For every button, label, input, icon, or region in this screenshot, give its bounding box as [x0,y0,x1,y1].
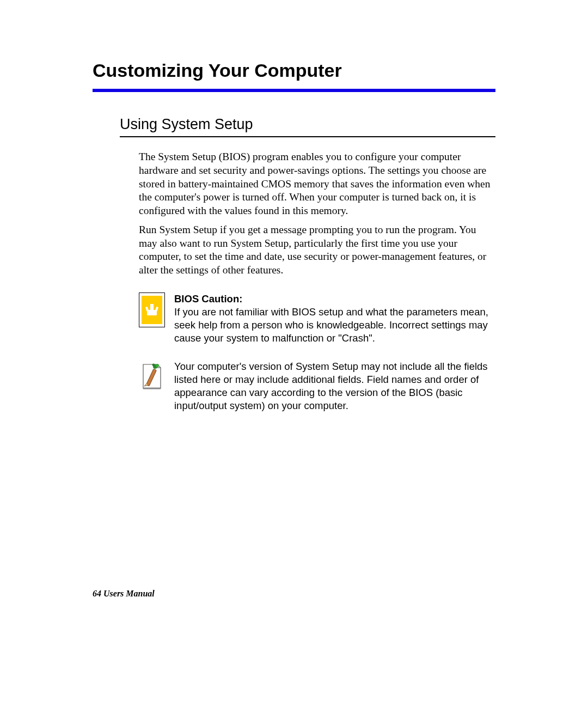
svg-rect-2 [145,306,149,312]
page-content: Customizing Your Computer Using System S… [0,0,588,412]
body-paragraph: The System Setup (BIOS) program enables … [139,150,495,218]
note-callout: Your computer's version of System Setup … [139,360,495,412]
note-text-block: Your computer's version of System Setup … [174,360,495,412]
caution-text-block: BIOS Caution: If you are not familiar wi… [174,292,495,345]
section-rule [120,136,495,137]
note-icon-cell [139,360,174,393]
chapter-title: Customizing Your Computer [93,60,495,81]
svg-rect-3 [155,306,158,312]
note-icon [139,360,165,393]
svg-point-10 [156,364,159,367]
caution-icon [139,292,165,327]
body-paragraph: Run System Setup if you get a message pr… [139,223,495,277]
caution-heading: BIOS Caution: [174,293,242,304]
svg-point-11 [152,364,155,367]
page-footer: 64 Users Manual [93,589,155,599]
note-body: Your computer's version of System Setup … [174,361,488,411]
svg-rect-1 [150,304,154,311]
caution-body: If you are not familiar with BIOS setup … [174,306,488,344]
caution-callout: BIOS Caution: If you are not familiar wi… [139,292,495,345]
section-title: Using System Setup [120,116,495,133]
chapter-rule [93,89,495,92]
caution-icon-cell [139,292,174,327]
